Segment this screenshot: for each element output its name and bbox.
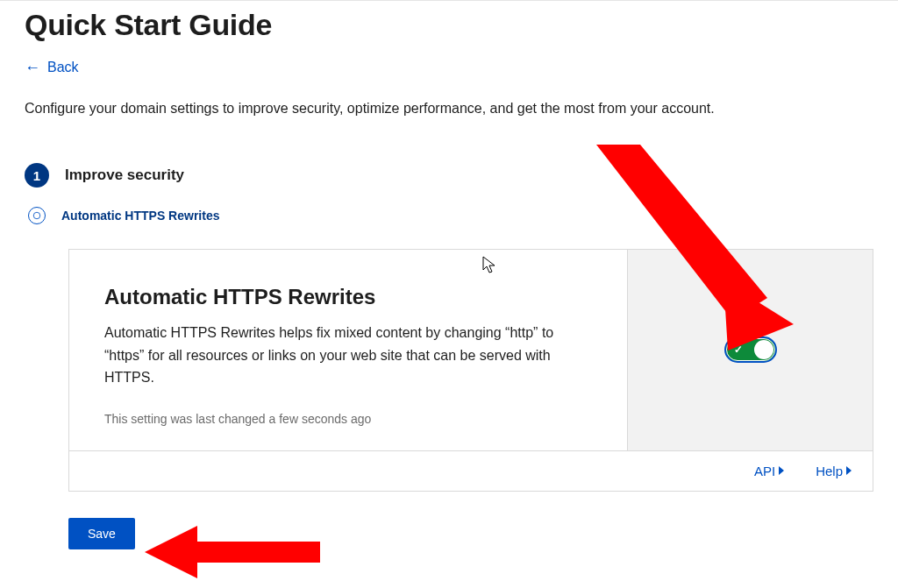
toggle-knob xyxy=(754,340,773,359)
help-label: Help xyxy=(816,464,843,478)
card-text: Automatic HTTPS Rewrites helps fix mixed… xyxy=(104,322,592,389)
api-link[interactable]: API xyxy=(754,464,784,478)
substep-title: Automatic HTTPS Rewrites xyxy=(61,209,219,223)
help-link[interactable]: Help xyxy=(816,464,852,478)
check-icon: ✓ xyxy=(734,344,743,356)
save-button[interactable]: Save xyxy=(68,518,135,549)
card-footer: API Help xyxy=(69,450,873,491)
step-header: 1 Improve security xyxy=(25,163,873,188)
caret-right-icon xyxy=(846,466,852,475)
https-rewrites-toggle[interactable]: ✓ xyxy=(724,337,777,363)
card-body: Automatic HTTPS Rewrites Automatic HTTPS… xyxy=(69,250,873,450)
arrow-left-icon: ← xyxy=(25,60,40,75)
page-description: Configure your domain settings to improv… xyxy=(25,98,873,119)
card-aside: ✓ xyxy=(627,250,873,450)
settings-card: Automatic HTTPS Rewrites Automatic HTTPS… xyxy=(68,249,873,492)
back-link[interactable]: ← Back xyxy=(25,60,79,75)
step-title: Improve security xyxy=(65,166,184,184)
svg-point-0 xyxy=(33,212,40,219)
back-label: Back xyxy=(47,60,79,75)
page-title: Quick Start Guide xyxy=(25,8,873,42)
card-heading: Automatic HTTPS Rewrites xyxy=(104,285,592,309)
card-main: Automatic HTTPS Rewrites Automatic HTTPS… xyxy=(69,250,627,450)
caret-right-icon xyxy=(779,466,784,475)
card-meta: This setting was last changed a few seco… xyxy=(104,412,592,426)
api-label: API xyxy=(754,464,775,478)
substep-marker-icon xyxy=(28,207,46,224)
step-number-badge: 1 xyxy=(25,163,49,188)
substep-header: Automatic HTTPS Rewrites xyxy=(25,207,873,224)
